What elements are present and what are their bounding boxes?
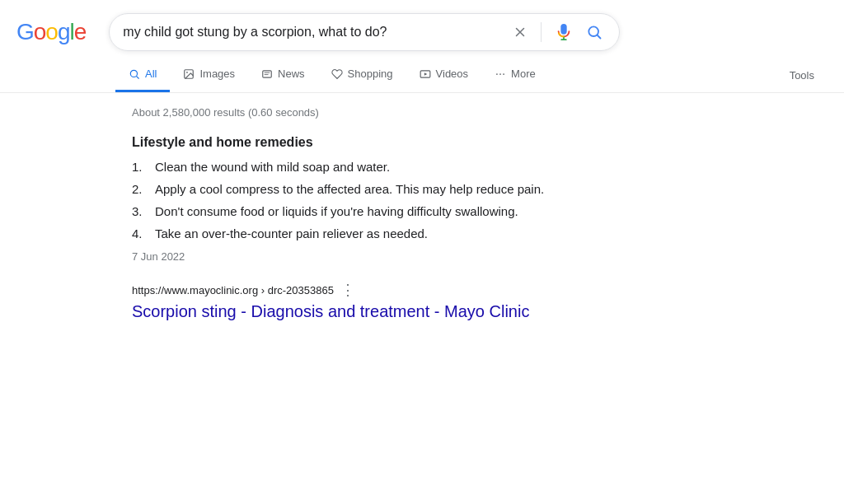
list-item: 3. Don't consume food or liquids if you'… <box>132 204 610 218</box>
list-number: 3. <box>132 204 148 218</box>
list-item-text: Take an over-the-counter pain reliever a… <box>155 226 428 240</box>
logo-letter-g: G <box>16 19 34 45</box>
tab-all-label: All <box>145 68 157 80</box>
list-item-text: Don't consume food or liquids if you're … <box>155 204 518 218</box>
list-item: 4. Take an over-the-counter pain relieve… <box>132 226 610 240</box>
tab-news-label: News <box>278 68 305 80</box>
svg-rect-4 <box>263 70 272 77</box>
tab-shopping-label: Shopping <box>348 68 393 80</box>
videos-tab-icon <box>420 68 431 80</box>
result-url: https://www.mayoclinic.org › drc-2035386… <box>132 284 334 296</box>
tools-button[interactable]: Tools <box>776 59 828 91</box>
shopping-tab-icon <box>331 68 343 80</box>
news-tab-icon <box>261 68 273 80</box>
tools-label: Tools <box>790 69 814 82</box>
list-number: 4. <box>132 226 148 240</box>
search-bar[interactable]: my child got stung by a scorpion, what t… <box>109 13 620 51</box>
tab-videos[interactable]: Videos <box>406 58 482 92</box>
result-url-row: https://www.mayoclinic.org › drc-2035386… <box>132 282 610 297</box>
search-bar-wrapper: my child got stung by a scorpion, what t… <box>109 13 620 51</box>
logo-letter-g2: g <box>58 19 70 45</box>
svg-point-8 <box>499 73 501 75</box>
tab-more[interactable]: More <box>481 58 549 92</box>
tab-images-label: Images <box>199 68 235 80</box>
list-number: 2. <box>132 182 148 196</box>
result-options-button[interactable]: ⋮ <box>340 282 355 297</box>
tab-images[interactable]: Images <box>170 58 248 92</box>
svg-point-9 <box>503 73 504 75</box>
snippet-heading: Lifestyle and home remedies <box>132 135 610 150</box>
tab-news[interactable]: News <box>248 58 318 92</box>
header: Google my child got stung by a scorpion,… <box>0 0 844 51</box>
list-item-text: Clean the wound with mild soap and water… <box>155 160 390 174</box>
voice-search-button[interactable] <box>551 20 576 44</box>
google-logo[interactable]: Google <box>16 19 86 45</box>
search-input[interactable]: my child got stung by a scorpion, what t… <box>123 25 503 40</box>
search-divider <box>541 22 542 42</box>
logo-letter-e: e <box>74 19 87 45</box>
search-icon <box>586 24 603 40</box>
result-title-link[interactable]: Scorpion sting - Diagnosis and treatment… <box>132 302 529 320</box>
svg-point-7 <box>496 73 498 75</box>
tab-all[interactable]: All <box>115 58 170 92</box>
images-tab-icon <box>183 68 195 80</box>
results-count: About 2,580,000 results (0.60 seconds) <box>132 106 610 119</box>
search-tab-icon <box>129 68 140 80</box>
list-number: 1. <box>132 160 148 174</box>
featured-snippet: Lifestyle and home remedies 1. Clean the… <box>132 135 610 263</box>
nav-tabs: All Images News Shopping <box>0 58 844 93</box>
svg-marker-6 <box>424 72 427 76</box>
list-item-text: Apply a cool compress to the affected ar… <box>155 182 544 196</box>
close-icon <box>513 25 528 40</box>
tab-videos-label: Videos <box>436 68 469 80</box>
snippet-list: 1. Clean the wound with mild soap and wa… <box>132 160 610 240</box>
list-item: 1. Clean the wound with mild soap and wa… <box>132 160 610 174</box>
search-result: https://www.mayoclinic.org › drc-2035386… <box>132 282 610 322</box>
clear-button[interactable] <box>509 21 531 43</box>
logo-letter-o1: o <box>34 19 46 45</box>
tab-more-label: More <box>511 68 536 80</box>
more-tab-icon <box>495 68 506 80</box>
svg-point-3 <box>187 72 189 73</box>
search-button[interactable] <box>583 21 606 44</box>
logo-letter-o2: o <box>45 19 58 45</box>
snippet-date: 7 Jun 2022 <box>132 250 610 263</box>
microphone-icon <box>555 23 573 41</box>
tab-shopping[interactable]: Shopping <box>318 58 406 92</box>
list-item: 2. Apply a cool compress to the affected… <box>132 182 610 196</box>
results-area: About 2,580,000 results (0.60 seconds) L… <box>0 93 626 338</box>
